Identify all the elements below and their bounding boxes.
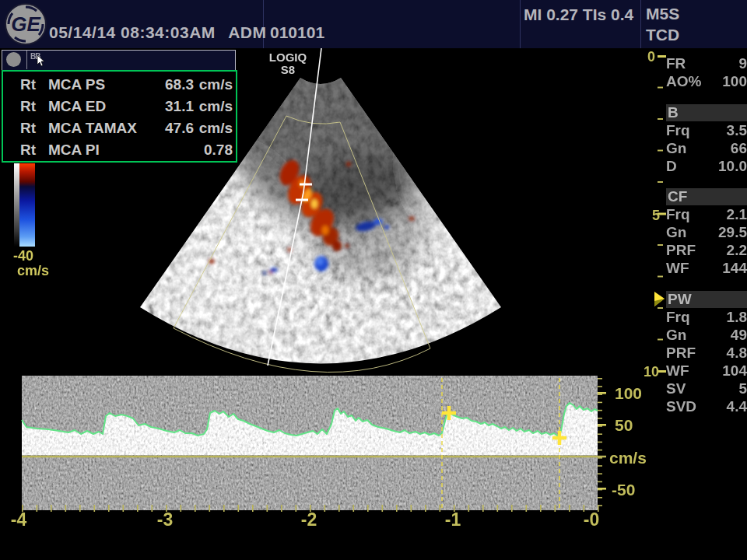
- results-window-titlebar[interactable]: BB: [2, 50, 236, 71]
- param-row-fr: FR9: [666, 54, 747, 72]
- param-row-cf-frq: Frq2.1: [666, 205, 747, 223]
- time-axis-tick: [440, 505, 441, 512]
- param-row-pw-gn: Gn49: [666, 326, 747, 344]
- time-axis-label: -1: [445, 509, 461, 530]
- time-axis-label: -0: [584, 509, 599, 530]
- param-value: 10.0: [718, 158, 747, 175]
- measurement-side: Rt: [20, 120, 48, 137]
- operator-id: ADM: [220, 23, 266, 41]
- param-value: 1.8: [727, 309, 747, 326]
- velocity-axis-major-tick: [598, 424, 606, 426]
- param-value: 2.2: [727, 242, 747, 259]
- time-axis-tick: [181, 505, 182, 512]
- time-axis-tick: [137, 505, 139, 512]
- time-axis-tick: [396, 505, 398, 512]
- section-header-pw: PW: [666, 291, 747, 308]
- param-label: Frq: [666, 206, 690, 223]
- measurement-side: Rt: [20, 142, 48, 159]
- time-axis-tick: [37, 505, 38, 512]
- acoustic-output: MI 0.27 TIs 0.4: [524, 5, 633, 24]
- param-value: 29.5: [718, 224, 747, 241]
- parameter-sidebar: FR9AO%100BFrq3.5Gn66D10.0CFFrq2.1Gn29.5P…: [644, 48, 747, 515]
- measurement-row: RtMCA TAMAX47.6cm/s: [3, 117, 236, 139]
- param-label: Gn: [666, 224, 686, 241]
- time-axis-tick: [51, 505, 52, 512]
- time-axis-tick: [209, 505, 211, 512]
- param-row-b-frq: Frq3.5: [666, 121, 747, 139]
- param-row-pw-frq: Frq1.8: [666, 308, 747, 326]
- param-row-pw-sv: SV5: [666, 380, 747, 397]
- param-value: 100: [722, 73, 747, 90]
- time-axis-tick: [223, 505, 225, 512]
- velocity-axis-tick: [598, 418, 602, 419]
- time-axis-tick: [569, 505, 570, 512]
- time-axis-tick: [267, 505, 268, 512]
- param-row-b-gn: Gn66: [666, 139, 747, 157]
- velocity-axis-tick: [598, 465, 602, 467]
- section-header-label: CF: [668, 188, 687, 205]
- measurement-row: RtMCA PI0.78: [3, 139, 236, 161]
- mouse-pointer-icon: [37, 55, 46, 68]
- measurement-unit: cm/s: [194, 76, 236, 93]
- velocity-axis-tick: [598, 378, 602, 380]
- measurement-label: MCA PS: [48, 76, 147, 93]
- time-axis-tick: [511, 505, 513, 512]
- color-doppler-scale-bar: [19, 163, 35, 247]
- time-axis-tick: [353, 505, 355, 512]
- measurement-label: MCA PI: [48, 142, 147, 159]
- time-axis-tick: [555, 505, 556, 512]
- ge-logo: GE: [4, 2, 47, 46]
- time-axis-tick: [540, 505, 542, 512]
- velocity-axis-tick: [598, 473, 602, 474]
- measurement-value: 31.1: [147, 98, 194, 115]
- param-label: D: [666, 158, 677, 175]
- active-mode-arrow-icon: [654, 291, 665, 307]
- time-axis-tick: [425, 505, 426, 512]
- velocity-axis-tick: [598, 497, 602, 499]
- color-scale-min: -40: [13, 248, 33, 264]
- measurement-row: RtMCA PS68.3cm/s: [3, 74, 236, 96]
- velocity-axis-label: cm/s: [609, 449, 647, 467]
- time-axis-tick: [497, 505, 499, 512]
- measurement-unit: cm/s: [194, 98, 236, 115]
- model-line2: S8: [258, 64, 317, 76]
- param-value: 144: [722, 260, 747, 277]
- param-label: PRF: [666, 242, 696, 259]
- system-model-label: LOGIQ S8: [258, 51, 317, 76]
- velocity-axis-label: 50: [615, 416, 633, 434]
- titlebar-divider: [26, 51, 27, 69]
- measurement-label: MCA TAMAX: [48, 120, 147, 137]
- velocity-axis-tick: [598, 402, 602, 404]
- measurement-value: 47.6: [147, 120, 194, 137]
- time-axis-tick: [338, 505, 340, 512]
- param-label: FR: [666, 55, 686, 72]
- velocity-axis-tick: [598, 481, 602, 483]
- param-label: Gn: [666, 327, 686, 344]
- velocity-axis-tick: [598, 457, 602, 459]
- time-axis-tick: [324, 505, 326, 512]
- time-axis-tick: [296, 505, 297, 512]
- param-label: Frq: [666, 122, 690, 139]
- patient-id: 010101: [270, 23, 324, 42]
- time-axis-tick: [108, 505, 110, 512]
- param-value: 49: [731, 327, 747, 344]
- velocity-axis-tick: [598, 442, 602, 443]
- section-header-b: B: [666, 104, 747, 121]
- measurement-value: 68.3: [147, 76, 194, 93]
- param-value: 66: [731, 140, 747, 157]
- param-row-ao: AO%100: [666, 72, 747, 90]
- param-value: 9: [738, 55, 747, 72]
- param-value: 4.4: [727, 398, 747, 415]
- param-row-cf-gn: Gn29.5: [666, 223, 747, 241]
- time-axis-label: -2: [301, 509, 317, 530]
- param-value: 104: [722, 362, 747, 380]
- param-row-pw-prf: PRF4.8: [666, 344, 747, 362]
- window-indicator-circle: [6, 52, 21, 67]
- velocity-axis-tick: [598, 410, 602, 411]
- param-row-pw-wf: WF104: [666, 362, 747, 380]
- measurement-label: MCA ED: [48, 98, 147, 115]
- time-axis-tick: [94, 505, 96, 512]
- velocity-axis-tick: [598, 433, 602, 435]
- model-line1: LOGIQ: [258, 51, 317, 64]
- velocity-axis-label: -50: [612, 481, 635, 499]
